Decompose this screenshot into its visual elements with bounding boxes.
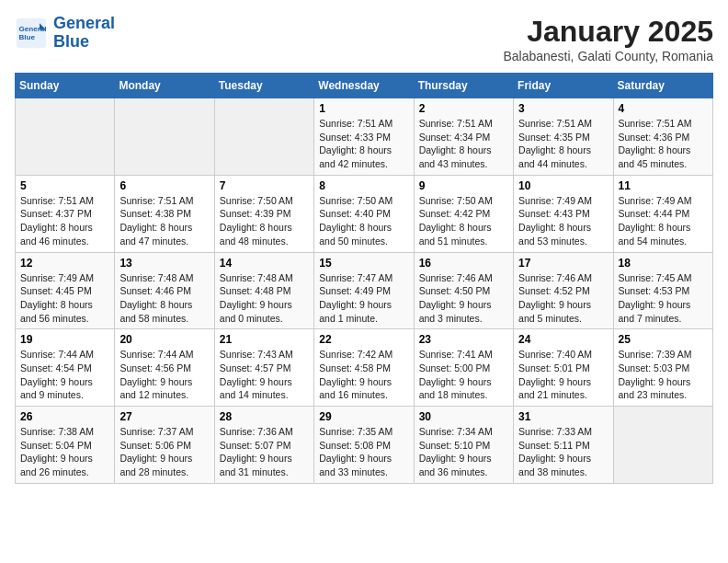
svg-text:Blue: Blue — [19, 33, 36, 41]
day-number: 14 — [220, 257, 309, 270]
calendar-header: Sunday Monday Tuesday Wednesday Thursday… — [16, 74, 713, 98]
header-wednesday: Wednesday — [314, 74, 414, 98]
day-number: 11 — [619, 179, 708, 192]
day-info: Sunrise: 7:50 AM Sunset: 4:39 PM Dayligh… — [220, 194, 309, 248]
header-sunday: Sunday — [16, 74, 115, 98]
day-info: Sunrise: 7:44 AM Sunset: 4:54 PM Dayligh… — [20, 348, 109, 402]
day-number: 23 — [419, 333, 508, 346]
day-number: 19 — [20, 333, 109, 346]
table-row: 30Sunrise: 7:34 AM Sunset: 5:10 PM Dayli… — [414, 407, 513, 484]
day-info: Sunrise: 7:49 AM Sunset: 4:43 PM Dayligh… — [518, 194, 608, 248]
day-number: 7 — [220, 179, 309, 192]
day-number: 8 — [319, 179, 408, 192]
logo-icon: General Blue — [15, 17, 48, 50]
day-number: 28 — [220, 410, 309, 423]
day-info: Sunrise: 7:41 AM Sunset: 5:00 PM Dayligh… — [419, 348, 508, 402]
table-row — [214, 98, 313, 176]
calendar-week-5: 26Sunrise: 7:38 AM Sunset: 5:04 PM Dayli… — [16, 407, 713, 484]
table-row — [16, 98, 115, 176]
day-number: 10 — [518, 179, 608, 192]
day-info: Sunrise: 7:34 AM Sunset: 5:10 PM Dayligh… — [419, 425, 508, 479]
day-number: 30 — [419, 410, 508, 423]
day-number: 12 — [20, 257, 109, 270]
table-row: 5Sunrise: 7:51 AM Sunset: 4:37 PM Daylig… — [16, 175, 115, 252]
table-row: 17Sunrise: 7:46 AM Sunset: 4:52 PM Dayli… — [514, 252, 613, 329]
day-number: 17 — [518, 257, 608, 270]
day-info: Sunrise: 7:48 AM Sunset: 4:46 PM Dayligh… — [119, 271, 209, 326]
calendar-week-2: 5Sunrise: 7:51 AM Sunset: 4:37 PM Daylig… — [16, 175, 713, 252]
table-row: 28Sunrise: 7:36 AM Sunset: 5:07 PM Dayli… — [214, 407, 313, 484]
day-info: Sunrise: 7:42 AM Sunset: 4:58 PM Dayligh… — [319, 348, 408, 402]
calendar-body: 1Sunrise: 7:51 AM Sunset: 4:33 PM Daylig… — [16, 98, 713, 484]
day-number: 31 — [518, 410, 608, 423]
day-info: Sunrise: 7:51 AM Sunset: 4:33 PM Dayligh… — [319, 117, 408, 171]
day-info: Sunrise: 7:46 AM Sunset: 4:52 PM Dayligh… — [518, 271, 608, 326]
day-info: Sunrise: 7:39 AM Sunset: 5:03 PM Dayligh… — [619, 348, 708, 402]
day-number: 21 — [220, 333, 309, 346]
header-saturday: Saturday — [613, 74, 712, 98]
day-number: 1 — [319, 102, 408, 115]
day-number: 22 — [319, 333, 408, 346]
table-row: 19Sunrise: 7:44 AM Sunset: 4:54 PM Dayli… — [16, 329, 115, 407]
day-number: 27 — [119, 410, 209, 423]
table-row: 22Sunrise: 7:42 AM Sunset: 4:58 PM Dayli… — [314, 329, 414, 407]
logo: General Blue General Blue — [15, 15, 115, 52]
day-info: Sunrise: 7:44 AM Sunset: 4:56 PM Dayligh… — [119, 348, 209, 402]
day-number: 4 — [619, 102, 708, 115]
day-info: Sunrise: 7:49 AM Sunset: 4:44 PM Dayligh… — [619, 194, 708, 248]
day-info: Sunrise: 7:36 AM Sunset: 5:07 PM Dayligh… — [220, 425, 309, 479]
table-row: 13Sunrise: 7:48 AM Sunset: 4:46 PM Dayli… — [115, 252, 214, 329]
table-row: 24Sunrise: 7:40 AM Sunset: 5:01 PM Dayli… — [514, 329, 613, 407]
day-number: 24 — [518, 333, 608, 346]
table-row: 11Sunrise: 7:49 AM Sunset: 4:44 PM Dayli… — [613, 175, 712, 252]
table-row: 29Sunrise: 7:35 AM Sunset: 5:08 PM Dayli… — [314, 407, 414, 484]
day-info: Sunrise: 7:48 AM Sunset: 4:48 PM Dayligh… — [220, 271, 309, 326]
table-row: 14Sunrise: 7:48 AM Sunset: 4:48 PM Dayli… — [214, 252, 313, 329]
calendar-week-1: 1Sunrise: 7:51 AM Sunset: 4:33 PM Daylig… — [16, 98, 713, 176]
weekday-header-row: Sunday Monday Tuesday Wednesday Thursday… — [16, 74, 713, 98]
table-row: 25Sunrise: 7:39 AM Sunset: 5:03 PM Dayli… — [613, 329, 712, 407]
day-info: Sunrise: 7:43 AM Sunset: 4:57 PM Dayligh… — [220, 348, 309, 402]
day-info: Sunrise: 7:51 AM Sunset: 4:38 PM Dayligh… — [119, 194, 209, 248]
table-row: 18Sunrise: 7:45 AM Sunset: 4:53 PM Dayli… — [613, 252, 712, 329]
table-row: 27Sunrise: 7:37 AM Sunset: 5:06 PM Dayli… — [115, 407, 214, 484]
day-info: Sunrise: 7:47 AM Sunset: 4:49 PM Dayligh… — [319, 271, 408, 326]
table-row: 2Sunrise: 7:51 AM Sunset: 4:34 PM Daylig… — [414, 98, 513, 176]
calendar-table: Sunday Monday Tuesday Wednesday Thursday… — [15, 73, 713, 484]
header-friday: Friday — [514, 74, 613, 98]
day-info: Sunrise: 7:35 AM Sunset: 5:08 PM Dayligh… — [319, 425, 408, 479]
day-info: Sunrise: 7:51 AM Sunset: 4:36 PM Dayligh… — [619, 117, 708, 171]
day-info: Sunrise: 7:51 AM Sunset: 4:37 PM Dayligh… — [20, 194, 109, 248]
day-number: 25 — [619, 333, 708, 346]
title-section: January 2025 Balabanesti, Galati County,… — [503, 15, 713, 63]
header-tuesday: Tuesday — [214, 74, 313, 98]
day-number: 18 — [619, 257, 708, 270]
day-info: Sunrise: 7:51 AM Sunset: 4:35 PM Dayligh… — [518, 117, 608, 171]
day-number: 9 — [419, 179, 508, 192]
day-info: Sunrise: 7:49 AM Sunset: 4:45 PM Dayligh… — [20, 271, 109, 326]
page-header: General Blue General Blue January 2025 B… — [15, 15, 713, 63]
day-number: 26 — [20, 410, 109, 423]
header-monday: Monday — [115, 74, 214, 98]
day-info: Sunrise: 7:50 AM Sunset: 4:42 PM Dayligh… — [419, 194, 508, 248]
table-row: 7Sunrise: 7:50 AM Sunset: 4:39 PM Daylig… — [214, 175, 313, 252]
day-info: Sunrise: 7:37 AM Sunset: 5:06 PM Dayligh… — [119, 425, 209, 479]
day-number: 16 — [419, 257, 508, 270]
table-row: 10Sunrise: 7:49 AM Sunset: 4:43 PM Dayli… — [514, 175, 613, 252]
day-info: Sunrise: 7:51 AM Sunset: 4:34 PM Dayligh… — [419, 117, 508, 171]
day-number: 13 — [119, 257, 209, 270]
day-info: Sunrise: 7:46 AM Sunset: 4:50 PM Dayligh… — [419, 271, 508, 326]
day-info: Sunrise: 7:40 AM Sunset: 5:01 PM Dayligh… — [518, 348, 608, 402]
day-number: 5 — [20, 179, 109, 192]
table-row: 3Sunrise: 7:51 AM Sunset: 4:35 PM Daylig… — [514, 98, 613, 176]
day-number: 6 — [119, 179, 209, 192]
day-number: 3 — [518, 102, 608, 115]
table-row: 20Sunrise: 7:44 AM Sunset: 4:56 PM Dayli… — [115, 329, 214, 407]
day-info: Sunrise: 7:50 AM Sunset: 4:40 PM Dayligh… — [319, 194, 408, 248]
table-row: 21Sunrise: 7:43 AM Sunset: 4:57 PM Dayli… — [214, 329, 313, 407]
table-row: 9Sunrise: 7:50 AM Sunset: 4:42 PM Daylig… — [414, 175, 513, 252]
calendar-week-3: 12Sunrise: 7:49 AM Sunset: 4:45 PM Dayli… — [16, 252, 713, 329]
table-row: 23Sunrise: 7:41 AM Sunset: 5:00 PM Dayli… — [414, 329, 513, 407]
table-row: 12Sunrise: 7:49 AM Sunset: 4:45 PM Dayli… — [16, 252, 115, 329]
table-row: 1Sunrise: 7:51 AM Sunset: 4:33 PM Daylig… — [314, 98, 414, 176]
